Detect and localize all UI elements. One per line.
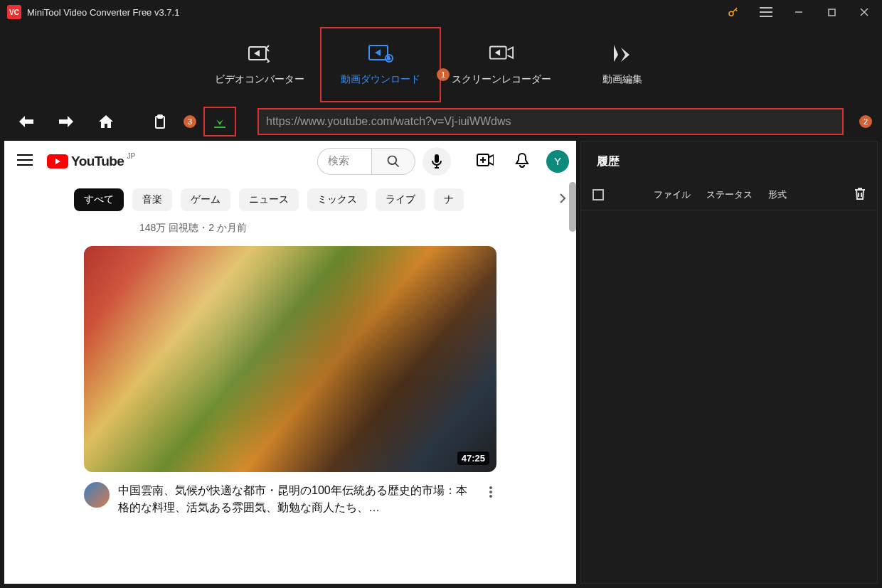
svg-point-8 [388, 156, 397, 164]
mic-button[interactable] [423, 147, 451, 176]
search-placeholder: 検索 [328, 154, 349, 168]
chip-mix[interactable]: ミックス [307, 188, 367, 211]
chip-news[interactable]: ニュース [239, 188, 299, 211]
history-panel: 履歴 ファイル ステータス 形式 [580, 141, 878, 584]
video-title[interactable]: 中国雲南、気候が快適な都市・昆明の100年伝統ある歴史的市場：本格的な料理、活気… [118, 482, 477, 516]
tab-converter[interactable]: ビデオコンバーター [199, 27, 320, 102]
chip-music[interactable]: 音楽 [132, 188, 172, 211]
youtube-wordmark: YouTube [71, 154, 124, 169]
tab-recorder[interactable]: スクリーンレコーダー [441, 27, 562, 102]
col-format: 形式 [768, 188, 787, 201]
forward-button[interactable] [50, 107, 83, 137]
tab-editor[interactable]: 動画編集 [562, 27, 683, 102]
hamburger-icon[interactable] [11, 149, 38, 174]
tab-converter-label: ビデオコンバーター [215, 73, 304, 86]
avatar-letter: Y [554, 155, 561, 167]
chip-game[interactable]: ゲーム [181, 188, 230, 211]
svg-rect-9 [435, 154, 439, 163]
select-all-checkbox[interactable] [593, 189, 604, 201]
svg-rect-1 [829, 9, 835, 16]
tab-recorder-label: スクリーンレコーダー [452, 73, 551, 86]
col-file: ファイル [654, 188, 691, 201]
youtube-header: YouTube JP 検索 [4, 141, 576, 182]
tab-download-label: 動画ダウンロード [341, 73, 420, 86]
browser-toolbar: 3 https://www.youtube.com/watch?v=Vj-iui… [0, 102, 882, 141]
clipboard-button[interactable] [144, 107, 176, 137]
search-input[interactable]: 検索 [317, 148, 371, 175]
recorder-icon [489, 43, 514, 63]
titlebar: VC MiniTool Video Converter Free v3.7.1 [0, 0, 882, 24]
video-thumbnail[interactable]: 47:25 [84, 246, 496, 472]
search-container: 検索 [317, 147, 451, 176]
main-nav: ビデオコンバーター 動画ダウンロード 1 スクリーンレコーダー 動画編集 [0, 24, 882, 102]
key-icon[interactable] [718, 2, 748, 22]
svg-point-0 [729, 11, 733, 16]
youtube-logo[interactable]: YouTube JP [47, 154, 124, 169]
download-icon [368, 43, 393, 63]
video-menu-icon[interactable] [485, 482, 496, 505]
trash-icon[interactable] [854, 187, 866, 202]
video-meta: 148万 回視聴・2 か月前 [4, 218, 576, 245]
browser-pane: YouTube JP 検索 [4, 141, 576, 584]
menu-icon[interactable] [751, 2, 781, 22]
svg-point-12 [489, 491, 492, 493]
duration-badge: 47:25 [457, 451, 489, 465]
editor-icon [610, 43, 635, 63]
col-status: ステータス [706, 188, 753, 201]
back-button[interactable] [10, 107, 43, 137]
chips-next-icon[interactable] [559, 193, 566, 207]
history-columns: ファイル ステータス 形式 [581, 179, 877, 210]
download-arrow-button[interactable] [203, 107, 236, 137]
chip-live[interactable]: ライブ [376, 188, 425, 211]
window-title: MiniTool Video Converter Free v3.7.1 [27, 7, 718, 18]
badge-2: 2 [859, 115, 872, 128]
tab-editor-label: 動画編集 [602, 73, 642, 86]
url-text: https://www.youtube.com/watch?v=Vj-iuiWW… [266, 115, 835, 128]
close-button[interactable] [849, 2, 879, 22]
badge-3: 3 [184, 115, 196, 128]
minimize-button[interactable] [784, 2, 814, 22]
content-area: YouTube JP 検索 [0, 141, 882, 588]
video-card: 47:25 中国雲南、気候が快適な都市・昆明の100年伝統ある歴史的市場：本格的… [84, 246, 496, 516]
user-avatar[interactable]: Y [546, 150, 569, 173]
filter-chips: すべて 音楽 ゲーム ニュース ミックス ライブ ナ [4, 182, 576, 218]
app-logo-icon: VC [7, 5, 21, 19]
youtube-play-icon [47, 154, 68, 169]
maximize-button[interactable] [817, 2, 846, 22]
chip-partial[interactable]: ナ [434, 188, 464, 211]
youtube-region: JP [127, 152, 136, 160]
chip-all[interactable]: すべて [74, 188, 124, 211]
home-button[interactable] [90, 107, 122, 137]
converter-icon [247, 43, 272, 63]
svg-point-11 [489, 486, 492, 489]
svg-point-13 [489, 495, 492, 498]
search-button[interactable] [371, 148, 415, 175]
create-icon[interactable] [472, 149, 498, 173]
bell-icon[interactable] [511, 148, 533, 175]
svg-rect-7 [158, 115, 162, 118]
url-input[interactable]: https://www.youtube.com/watch?v=Vj-iuiWW… [257, 108, 844, 135]
tab-download[interactable]: 動画ダウンロード 1 [320, 27, 441, 102]
history-heading: 履歴 [581, 141, 877, 179]
channel-avatar[interactable] [84, 482, 110, 508]
